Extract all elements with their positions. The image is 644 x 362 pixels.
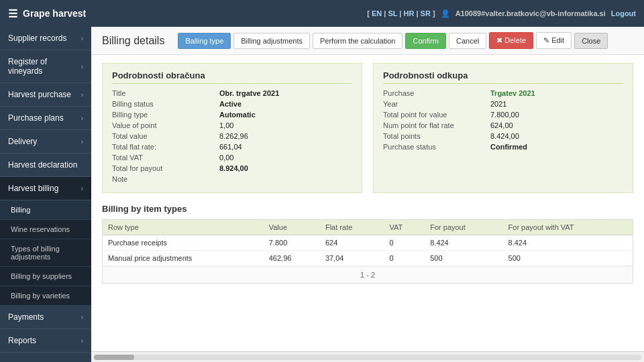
close-button[interactable]: Close (574, 33, 608, 49)
scrollbar-thumb[interactable] (94, 355, 134, 360)
sidebar-label-harvest-declaration: Harvest declaration (8, 160, 77, 170)
billing-adjustments-button[interactable]: Billing adjustments (233, 33, 310, 49)
logout-button[interactable]: Logout (611, 9, 636, 17)
delete-button[interactable]: ✖ Delete (489, 32, 533, 49)
col-vat: VAT (384, 220, 425, 235)
topbar-user: A10089#valter.bratkovic@vb-informatika.s… (455, 9, 606, 17)
for-payout-cell: 8.424 (425, 235, 502, 251)
sidebar-label-harvest-billing: Harvest billing (8, 184, 58, 193)
table-pagination: 1 - 2 (103, 266, 633, 283)
vat-cell: 0 (384, 235, 425, 251)
row-type-cell: Purchase receipts (103, 235, 264, 251)
billing-detail-row-title: Title Obr. trgatve 2021 (112, 89, 352, 97)
sidebar-subitem-billing[interactable]: Billing (0, 200, 91, 220)
sidebar-label-reports: Reports (8, 336, 36, 345)
col-value: Value (264, 220, 320, 235)
table-row: Purchase receipts 7.800 624 0 8.424 8.42… (103, 235, 633, 251)
page-content: Podrobnosti obračuna Title Obr. trgatve … (91, 55, 644, 351)
scrollbar-track[interactable] (94, 355, 641, 360)
confirm-button[interactable]: Confirm (405, 33, 446, 49)
col-for-payout-vat: For payout with VAT (503, 220, 633, 235)
sidebar-item-delivery[interactable]: Delivery › (0, 130, 91, 154)
col-row-type: Row type (103, 220, 264, 235)
purchase-total-points-value: 8.424,00 (490, 132, 519, 140)
billing-detail-row-point-value: Value of point 1,00 (112, 121, 352, 129)
sidebar-item-supplier-records[interactable]: Supplier records › (0, 27, 91, 50)
app-title: Grape harvest (23, 8, 86, 19)
purchase-detail-row-purchase: Purchase Trgatev 2021 (383, 89, 623, 97)
table-row: Manual price adjustments 462,96 37,04 0 … (103, 251, 633, 266)
chevron-icon: › (81, 185, 83, 192)
table-header-row: Row type Value Flat rate VAT For payout … (103, 220, 633, 235)
flat-rate-cell: 37,04 (320, 251, 384, 266)
sidebar-item-harvest-billing[interactable]: Harvest billing › (0, 177, 91, 200)
sidebar-item-register-of-vineyards[interactable]: Register of vineyards › (0, 50, 91, 83)
value-cell: 7.800 (264, 235, 320, 251)
billing-by-item-section: Billing by item types Row type Value Fla… (102, 204, 633, 284)
purchase-value: Trgatev 2021 (490, 89, 535, 97)
page-title: Billing details (102, 35, 164, 47)
chevron-icon: › (81, 337, 83, 345)
billing-title-value: Obr. trgatve 2021 (219, 89, 279, 97)
lang-sl[interactable]: SL (388, 9, 397, 17)
billing-status-value: Active (219, 100, 241, 108)
billing-detail-row-flat-rate: Total flat rate: 661,04 (112, 143, 352, 151)
col-for-payout: For payout (425, 220, 502, 235)
billing-detail-row-vat: Total VAT 0,00 (112, 154, 352, 162)
sidebar-item-purchase-plans[interactable]: Purchase plans › (0, 107, 91, 130)
lang-sr[interactable]: SR (421, 9, 431, 17)
value-cell: 462,96 (264, 251, 320, 266)
sidebar-subitem-billing-by-varieties[interactable]: Billing by varieties (0, 286, 91, 306)
billing-type-value: Automatic (219, 111, 256, 119)
action-bar: Billing details Balling type Billing adj… (91, 27, 644, 55)
purchase-details-title: Podrobnosti odkupa (383, 70, 623, 84)
perform-calculation-button[interactable]: Perform the calculation (313, 33, 403, 49)
sidebar-label-purchase-plans: Purchase plans (8, 113, 64, 123)
billing-by-item-table-container: Row type Value Flat rate VAT For payout … (102, 219, 633, 284)
menu-icon[interactable]: ☰ (8, 7, 17, 20)
chevron-icon: › (81, 35, 83, 42)
user-icon: 👤 (441, 9, 450, 18)
billing-type-button[interactable]: Balling type (178, 33, 231, 49)
purchase-num-point-flat-rate: 624,00 (490, 121, 513, 129)
billing-detail-row-type: Billing type Automatic (112, 111, 352, 119)
billing-detail-row-total-value: Total value 8.262,96 (112, 132, 352, 140)
vat-cell: 0 (384, 251, 425, 266)
purchase-detail-row-year: Year 2021 (383, 100, 623, 108)
billing-point-value: 1,00 (219, 121, 233, 129)
chevron-icon: › (81, 314, 83, 321)
billing-details-card: Podrobnosti obračuna Title Obr. trgatve … (102, 63, 362, 193)
purchase-detail-row-total-points: Total points 8.424,00 (383, 132, 623, 140)
lang-hr[interactable]: HR (404, 9, 415, 17)
purchase-detail-row-status: Purchase status Confirmed (383, 143, 623, 151)
flat-rate-cell: 624 (320, 235, 384, 251)
billing-total-value: 8.262,96 (219, 132, 248, 140)
main-layout: Supplier records › Register of vineyards… (0, 27, 644, 362)
sidebar-label-delivery: Delivery (8, 137, 37, 146)
details-grid: Podrobnosti obračuna Title Obr. trgatve … (102, 63, 633, 193)
sidebar-label-register-of-vineyards: Register of vineyards (8, 57, 81, 76)
sidebar-item-reports[interactable]: Reports › (0, 329, 91, 353)
sidebar-subitem-billing-by-suppliers[interactable]: Billing by suppliers (0, 267, 91, 286)
purchase-detail-row-total-point-value: Total point for value 7.800,00 (383, 111, 623, 119)
bottom-scrollbar[interactable] (91, 351, 644, 362)
chevron-icon: › (81, 115, 83, 122)
chevron-icon: › (81, 91, 83, 99)
sidebar-subitem-wine-reservations[interactable]: Wine reservations (0, 220, 91, 239)
billing-by-item-table: Row type Value Flat rate VAT For payout … (103, 220, 633, 266)
topbar-right: [ EN | SL | HR | SR ] 👤 A10089#valter.br… (367, 9, 636, 18)
cancel-button[interactable]: Cancel (449, 33, 486, 49)
sidebar-label-harvest-purchase: Harvest purchase (8, 90, 71, 99)
sidebar-subitem-types-billing-adjustments[interactable]: Types of billing adjustments (0, 239, 91, 267)
lang-en[interactable]: EN (372, 9, 382, 17)
sidebar-item-payments[interactable]: Payments › (0, 306, 91, 329)
billing-detail-row-note: Note (112, 175, 352, 183)
sidebar-item-harvest-declaration[interactable]: Harvest declaration (0, 154, 91, 177)
purchase-year-value: 2021 (490, 100, 506, 108)
topbar: ☰ Grape harvest [ EN | SL | HR | SR ] 👤 … (0, 0, 644, 27)
edit-button[interactable]: ✎ Edit (536, 32, 572, 49)
sidebar-item-harvest-purchase[interactable]: Harvest purchase › (0, 83, 91, 107)
for-payout-cell: 500 (425, 251, 502, 266)
billing-detail-row-payout: Total for payout 8.924,00 (112, 164, 352, 172)
sidebar: Supplier records › Register of vineyards… (0, 27, 91, 362)
